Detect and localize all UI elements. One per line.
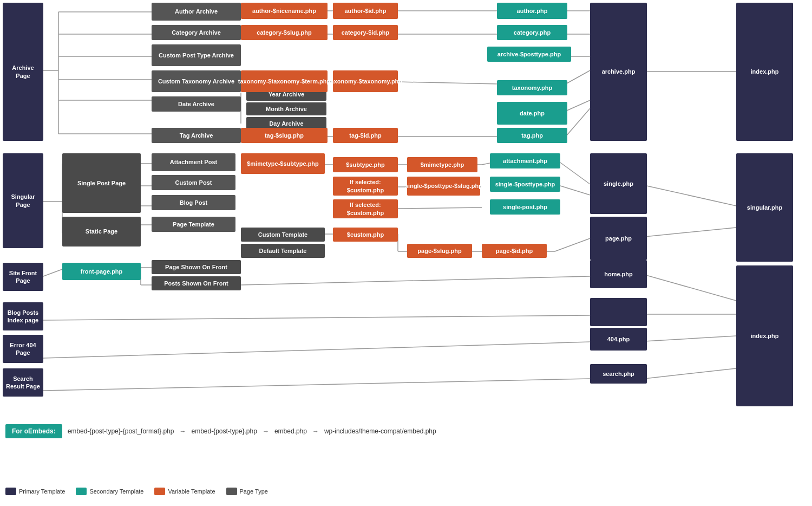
legend: Primary Template Secondary Template Vari… <box>5 488 268 495</box>
oembed-arrow-2: → <box>263 427 269 435</box>
taxonomy-php-node: taxonomy.php <box>497 80 567 95</box>
svg-line-59 <box>644 275 736 301</box>
svg-line-46 <box>398 207 482 209</box>
legend-variable-box <box>154 488 165 495</box>
site-front-node: Site Front Page <box>3 263 43 291</box>
tag-php-node: tag.php <box>497 128 567 143</box>
custom-php-node: $custom.php <box>333 228 398 242</box>
custom-taxonomy-node: Custom Taxonomy Archive <box>152 70 241 92</box>
home-php-node: home.php <box>590 260 647 288</box>
mimetype-subtype-node: $mimetype-$subtype.php <box>241 153 325 174</box>
oembed-arrow-1: → <box>179 427 186 435</box>
search-php-node: search.php <box>590 364 647 384</box>
legend-secondary: Secondary Template <box>76 488 143 495</box>
legend-page-type: Page Type <box>226 488 268 495</box>
taxonomy-tax-node: taxonomy-$taxonomy.php <box>333 70 398 92</box>
blog-posts-index-node: Blog Posts Index page <box>3 302 43 330</box>
posts-shown-front-node: Posts Shown On Front <box>152 276 241 290</box>
category-id-node: category-$id.php <box>333 25 398 40</box>
svg-line-65 <box>644 368 736 379</box>
page-template-node: Page Template <box>152 217 235 232</box>
legend-primary-box <box>5 488 16 495</box>
svg-line-21 <box>566 70 590 84</box>
oembed-label: For oEmbeds: <box>5 424 62 438</box>
diagram-container: Archive Page Author Archive Category Arc… <box>0 0 812 506</box>
oembed-item-3: embed.php <box>274 427 307 435</box>
error-404-php-node: 404.php <box>590 328 647 351</box>
taxonomy-term-node: taxonomy-$taxonomy-$term.php <box>241 70 328 92</box>
legend-variable: Variable Template <box>154 488 215 495</box>
tag-archive-node: Tag Archive <box>152 128 241 143</box>
mimetype-php-node: $mimetype.php <box>407 157 477 172</box>
tag-id-node: tag-$id.php <box>333 128 398 143</box>
singular-php-node: singular.php <box>736 153 793 262</box>
legend-primary-label: Primary Template <box>19 488 65 495</box>
category-slug-node: category-$slug.php <box>241 25 328 40</box>
legend-primary: Primary Template <box>5 488 65 495</box>
svg-line-62 <box>43 379 590 391</box>
single-post-php-node: single-post.php <box>490 199 560 215</box>
svg-line-61 <box>43 342 590 358</box>
archive-php-node: archive.php <box>590 3 647 141</box>
legend-secondary-label: Secondary Template <box>89 488 143 495</box>
archive-posttype-node: archive-$posttype.php <box>487 47 571 62</box>
blog-post-node: Blog Post <box>152 195 235 210</box>
svg-line-20 <box>398 82 498 84</box>
single-php-node: single.php <box>590 153 647 214</box>
singular-page-node: Singular Page <box>3 153 43 248</box>
category-php-node: category.php <box>497 25 567 40</box>
index-php-top-node: index.php <box>736 3 793 141</box>
search-result-node: Search Result Page <box>3 368 43 397</box>
author-id-node: author-$id.php <box>333 3 398 19</box>
oembed-item-2: embed-{post-type}.php <box>191 427 257 435</box>
error-404-node: Error 404 Page <box>3 335 43 363</box>
page-slug-node: page-$slug.php <box>407 244 472 258</box>
author-archive-node: Author Archive <box>152 3 241 21</box>
svg-line-52 <box>644 228 736 237</box>
svg-line-51 <box>644 185 736 206</box>
author-nicename-node: author-$nicename.php <box>241 3 328 19</box>
author-php-node: author.php <box>497 3 567 19</box>
custom-post-node: Custom Post <box>152 175 235 190</box>
oembed-item-1: embed-{post-type}-{post_format}.php <box>68 427 174 435</box>
svg-line-25 <box>566 100 590 111</box>
legend-page-type-box <box>226 488 237 495</box>
category-archive-node: Category Archive <box>152 25 241 40</box>
svg-line-64 <box>644 336 736 341</box>
if-selected-custom1-node: If selected: $custom.php <box>333 177 398 196</box>
subtype-php-node: $subtype.php <box>333 157 398 172</box>
page-php-node: page.php <box>590 217 647 260</box>
blog-index-php-node <box>590 298 647 326</box>
svg-line-45 <box>560 186 590 195</box>
attachment-post-node: Attachment Post <box>152 153 235 171</box>
static-page-node: Static Page <box>62 217 141 246</box>
legend-page-type-label: Page Type <box>240 488 268 495</box>
index-php-bottom-node: index.php <box>736 265 793 406</box>
oembed-bar: For oEmbeds: embed-{post-type}-{post_for… <box>5 421 503 441</box>
attachment-php-node: attachment.php <box>490 153 560 168</box>
single-posttype-node: single-$posttype.php <box>490 177 560 192</box>
svg-line-43 <box>560 163 590 184</box>
tag-slug-node: tag-$slug.php <box>241 128 328 143</box>
svg-line-50 <box>555 238 590 251</box>
custom-template-node: Custom Template <box>241 228 325 242</box>
month-archive-node: Month Archive <box>246 102 326 115</box>
legend-secondary-box <box>76 488 87 495</box>
svg-line-54 <box>43 269 62 276</box>
default-template-node: Default Template <box>241 244 325 258</box>
front-page-php-node: front-page.php <box>62 263 141 280</box>
oembed-item-4: wp-includes/theme-compat/embed.php <box>324 427 436 435</box>
svg-line-28 <box>566 108 590 137</box>
svg-line-58 <box>241 276 590 285</box>
date-php-node: date.php <box>497 102 567 125</box>
if-selected-custom2-node: If selected: $custom.php <box>333 199 398 218</box>
legend-variable-label: Variable Template <box>168 488 215 495</box>
single-post-page-node: Single Post Page <box>62 153 141 213</box>
custom-post-type-node: Custom Post Type Archive <box>152 44 241 66</box>
svg-line-60 <box>43 315 590 320</box>
date-archive-node: Date Archive <box>152 96 241 112</box>
page-id-node: page-$id.php <box>482 244 547 258</box>
archive-page-node: Archive Page <box>3 3 43 141</box>
page-shown-front-node: Page Shown On Front <box>152 260 241 274</box>
oembed-arrow-3: → <box>312 427 319 435</box>
